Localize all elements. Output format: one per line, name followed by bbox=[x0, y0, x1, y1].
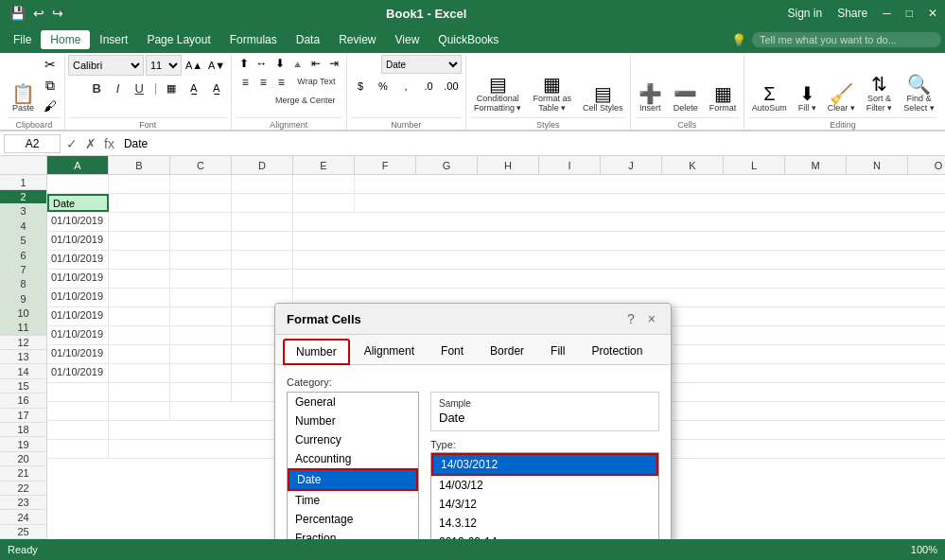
borders-btn[interactable]: ▦ bbox=[161, 78, 182, 98]
row-num-15[interactable]: 15 bbox=[0, 379, 46, 394]
formula-input[interactable] bbox=[120, 135, 941, 152]
row-num-23[interactable]: 23 bbox=[0, 496, 46, 510]
cell-B6[interactable] bbox=[109, 270, 170, 288]
col-header-N[interactable]: N bbox=[847, 156, 908, 174]
menu-insert[interactable]: Insert bbox=[90, 30, 137, 49]
cat-fraction[interactable]: Fraction bbox=[288, 529, 418, 539]
row-num-14[interactable]: 14 bbox=[0, 364, 46, 378]
cell-B7[interactable] bbox=[109, 289, 170, 306]
cell-A14[interactable] bbox=[47, 421, 109, 439]
cell-B2[interactable] bbox=[109, 194, 170, 212]
cell-A9[interactable]: 01/10/2019 bbox=[47, 326, 109, 344]
cell-D3[interactable] bbox=[232, 213, 293, 231]
row-num-22[interactable]: 22 bbox=[0, 481, 46, 496]
dialog-tab-protection[interactable]: Protection bbox=[579, 339, 655, 364]
col-header-I[interactable]: I bbox=[539, 156, 601, 174]
col-header-F[interactable]: F bbox=[355, 156, 416, 174]
row-num-24[interactable]: 24 bbox=[0, 510, 46, 524]
autosum-btn[interactable]: Σ AutoSum bbox=[748, 81, 791, 115]
type-item-1[interactable]: 14/03/12 bbox=[431, 476, 658, 495]
col-header-J[interactable]: J bbox=[601, 156, 662, 174]
align-bottom-btn[interactable]: ⬇ bbox=[271, 55, 289, 72]
cell-A4[interactable]: 01/10/2019 bbox=[47, 232, 109, 250]
cell-C6[interactable] bbox=[170, 270, 232, 288]
cat-time[interactable]: Time bbox=[288, 491, 418, 510]
sort-filter-btn[interactable]: ⇅ Sort &Filter ▾ bbox=[863, 72, 897, 115]
delete-btn[interactable]: ➖ Delete bbox=[670, 81, 702, 115]
menu-quickbooks[interactable]: QuickBooks bbox=[429, 30, 508, 49]
col-header-H[interactable]: H bbox=[478, 156, 539, 174]
wrap-text-btn[interactable]: Wrap Text bbox=[290, 74, 341, 91]
close-btn[interactable]: ✕ bbox=[928, 7, 937, 20]
dialog-tab-border[interactable]: Border bbox=[478, 339, 536, 364]
cell-B3[interactable] bbox=[109, 213, 170, 231]
cell-A11[interactable]: 01/10/2019 bbox=[47, 364, 109, 382]
row-num-13[interactable]: 13 bbox=[0, 350, 46, 364]
row-num-19[interactable]: 19 bbox=[0, 437, 46, 451]
cell-reference-box[interactable] bbox=[4, 134, 61, 153]
dialog-tab-fill[interactable]: Fill bbox=[538, 339, 577, 364]
col-header-M[interactable]: M bbox=[785, 156, 847, 174]
row-num-3[interactable]: 3 bbox=[0, 204, 46, 219]
menu-formulas[interactable]: Formulas bbox=[220, 30, 287, 49]
cell-D2[interactable] bbox=[232, 194, 293, 212]
cell-A10[interactable]: 01/10/2019 bbox=[47, 345, 109, 363]
category-list[interactable]: General Number Currency Accounting Date … bbox=[287, 392, 419, 539]
row-num-8[interactable]: 8 bbox=[0, 277, 46, 291]
number-format-select[interactable]: Date bbox=[381, 55, 462, 74]
redo-icon[interactable]: ↪ bbox=[50, 6, 65, 21]
dialog-help-btn[interactable]: ? bbox=[623, 311, 639, 326]
cell-A13[interactable] bbox=[47, 402, 109, 420]
align-center-btn[interactable]: ≡ bbox=[254, 74, 271, 91]
row-num-9[interactable]: 9 bbox=[0, 292, 46, 306]
cell-B8[interactable] bbox=[109, 307, 170, 325]
indent-increase-btn[interactable]: ⇥ bbox=[325, 55, 342, 72]
align-left-btn[interactable]: ≡ bbox=[236, 74, 254, 91]
dialog-tab-font[interactable]: Font bbox=[429, 339, 476, 364]
dialog-close-btn[interactable]: × bbox=[644, 311, 659, 326]
font-family-select[interactable]: Calibri bbox=[68, 55, 144, 76]
insert-btn[interactable]: ➕ Insert bbox=[635, 81, 666, 115]
col-header-E[interactable]: E bbox=[293, 156, 355, 174]
sign-in-btn[interactable]: Sign in bbox=[787, 7, 822, 20]
decrease-decimal-btn[interactable]: .00 bbox=[441, 76, 462, 96]
cell-C4[interactable] bbox=[170, 232, 232, 250]
align-top-btn[interactable]: ⬆ bbox=[236, 55, 253, 72]
dialog-tab-alignment[interactable]: Alignment bbox=[352, 339, 427, 364]
cell-A12[interactable] bbox=[47, 383, 109, 401]
row-num-21[interactable]: 21 bbox=[0, 466, 46, 481]
row-num-12[interactable]: 12 bbox=[0, 336, 46, 350]
cat-currency[interactable]: Currency bbox=[288, 430, 418, 449]
maximize-btn[interactable]: □ bbox=[906, 7, 913, 20]
cell-B1[interactable] bbox=[109, 175, 170, 193]
menu-file[interactable]: File bbox=[4, 30, 41, 49]
row-num-6[interactable]: 6 bbox=[0, 248, 46, 262]
tell-me-input[interactable] bbox=[752, 32, 941, 47]
col-header-B[interactable]: B bbox=[109, 156, 170, 174]
cell-C11[interactable] bbox=[170, 364, 232, 382]
row-num-16[interactable]: 16 bbox=[0, 394, 46, 408]
cell-D1[interactable] bbox=[232, 175, 293, 193]
cell-E2[interactable] bbox=[293, 194, 355, 212]
cell-B12[interactable] bbox=[109, 383, 170, 401]
cell-C9[interactable] bbox=[170, 326, 232, 344]
cell-B4[interactable] bbox=[109, 232, 170, 250]
italic-button[interactable]: I bbox=[110, 79, 127, 98]
paste-button[interactable]: 📋 Paste bbox=[8, 81, 39, 115]
col-header-D[interactable]: D bbox=[232, 156, 293, 174]
cell-C3[interactable] bbox=[170, 213, 232, 231]
percent-btn[interactable]: % bbox=[373, 76, 394, 96]
row-num-4[interactable]: 4 bbox=[0, 219, 46, 234]
cell-B10[interactable] bbox=[109, 345, 170, 363]
conditional-formatting-btn[interactable]: ▤ ConditionalFormatting ▾ bbox=[470, 72, 526, 115]
cell-C12[interactable] bbox=[170, 383, 232, 401]
row-num-2[interactable]: 2 bbox=[0, 190, 46, 204]
menu-data[interactable]: Data bbox=[287, 30, 329, 49]
menu-home[interactable]: Home bbox=[41, 30, 90, 49]
row-num-7[interactable]: 7 bbox=[0, 263, 46, 277]
cell-D6[interactable] bbox=[232, 270, 293, 288]
cell-styles-btn[interactable]: ▤ Cell Styles bbox=[579, 81, 627, 115]
underline-button[interactable]: U bbox=[128, 79, 149, 98]
function-cancel-btn[interactable]: ✗ bbox=[83, 134, 98, 153]
row-num-11[interactable]: 11 bbox=[0, 321, 46, 335]
